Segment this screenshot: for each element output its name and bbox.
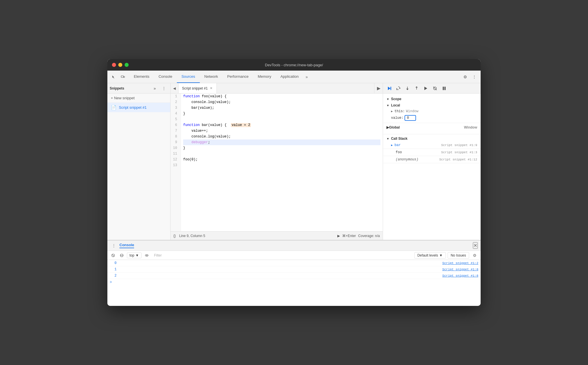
global-header[interactable]: ▶ Global Window xyxy=(383,124,481,131)
svg-rect-3 xyxy=(390,87,391,90)
editor-tab-bar: ◀ Script snippet #1 ✕ ▶ xyxy=(171,83,383,94)
console-menu-icon[interactable]: ⋮ xyxy=(110,242,117,249)
value-editable-box[interactable] xyxy=(405,115,416,121)
editor-nav-back-icon[interactable]: ◀ xyxy=(171,83,179,93)
no-issues-button[interactable]: No Issues xyxy=(448,252,469,259)
svg-rect-6 xyxy=(398,89,398,90)
global-title: Global xyxy=(389,125,400,129)
code-line-9: debugger; xyxy=(183,139,380,145)
snippet-item[interactable]: 📄 Script snippet #1 xyxy=(107,103,170,112)
this-expand-icon[interactable]: ▶ xyxy=(391,110,393,113)
resume-icon[interactable] xyxy=(385,84,393,92)
toolbar-right: ⚙ ⋮ xyxy=(461,73,478,81)
call-stack-frame-0[interactable]: ▶ bar Script snippet #1:9 xyxy=(383,142,481,149)
left-panel: Snippets » ⋮ + New snippet 📄 Script snip… xyxy=(107,83,171,240)
scope-header[interactable]: ▼ Scope xyxy=(383,96,481,102)
code-editor[interactable]: function foo(value) { console.log(value)… xyxy=(181,94,383,231)
console-loc-2[interactable]: Script snippet #1:8 xyxy=(442,274,478,277)
console-output: 0 Script snippet #1:2 1 Script snippet #… xyxy=(107,260,481,306)
console-loc-0[interactable]: Script snippet #1:2 xyxy=(442,261,478,265)
value-input[interactable] xyxy=(407,116,414,120)
code-line-12: foo(0); xyxy=(183,157,380,162)
block-icon[interactable] xyxy=(118,252,125,259)
run-indicator-icon: ▶ xyxy=(337,234,340,238)
tab-network[interactable]: Network xyxy=(200,71,223,83)
tab-performance[interactable]: Performance xyxy=(223,71,253,83)
this-value: Window xyxy=(406,109,418,113)
this-key: this: xyxy=(394,109,405,113)
console-settings-icon[interactable]: ⚙ xyxy=(471,252,478,259)
call-stack-title: Call Stack xyxy=(391,137,407,141)
new-snippet-button[interactable]: + New snippet xyxy=(107,94,170,103)
settings-icon[interactable]: ⚙ xyxy=(461,73,469,81)
snippets-more-icon[interactable]: » xyxy=(151,84,159,92)
code-area[interactable]: 1 2 3 4 5 6 7 8 9 10 11 12 13 function f… xyxy=(171,94,383,231)
eye-icon[interactable] xyxy=(143,252,150,259)
context-selector[interactable]: top ▼ xyxy=(127,253,142,258)
tab-application[interactable]: Application xyxy=(276,71,303,83)
panel-header: Snippets » ⋮ xyxy=(107,83,170,94)
console-row-0: 0 Script snippet #1:2 xyxy=(107,260,481,266)
line-num-1: 1 xyxy=(173,94,178,99)
filter-input[interactable] xyxy=(152,253,413,258)
cursor-position: Line 9, Column 5 xyxy=(179,234,205,238)
tab-elements[interactable]: Elements xyxy=(129,71,154,83)
bottom-panel: ⋮ Console ✕ top ▼ Default levels ▼ xyxy=(107,240,481,306)
code-line-6: function bar(value) { value = 2 xyxy=(183,122,380,128)
line-num-4: 4 xyxy=(173,111,178,117)
top-toolbar: Elements Console Sources Network Perform… xyxy=(107,71,481,83)
console-row-1: 1 Script snippet #1:8 xyxy=(107,266,481,273)
minimize-button[interactable] xyxy=(118,63,122,67)
close-button[interactable] xyxy=(112,63,116,67)
more-options-icon[interactable]: ⋮ xyxy=(470,73,478,81)
line-num-9: 9 xyxy=(173,139,178,145)
step-over-icon[interactable] xyxy=(394,84,403,92)
svg-point-21 xyxy=(146,255,147,256)
clear-console-icon[interactable] xyxy=(110,252,117,259)
default-levels-icon: ▼ xyxy=(439,253,443,257)
call-stack-frame-1[interactable]: foo Script snippet #1:3 xyxy=(383,149,481,156)
call-stack-header[interactable]: ▼ Call Stack xyxy=(383,135,481,142)
call-loc-1: Script snippet #1:3 xyxy=(441,151,477,154)
console-prompt[interactable]: > xyxy=(107,279,481,286)
tab-memory[interactable]: Memory xyxy=(253,71,276,83)
cursor-icon[interactable] xyxy=(110,73,118,81)
tab-console[interactable]: Console xyxy=(154,71,177,83)
run-shortcut: ⌘+Enter xyxy=(342,234,356,238)
call-loc-0: Script snippet #1:9 xyxy=(441,143,477,147)
context-value: top xyxy=(129,253,134,257)
console-val-0: 0 xyxy=(110,261,117,265)
global-expand-icon[interactable]: ▶ xyxy=(386,125,389,129)
deactivate-breakpoints-icon[interactable] xyxy=(431,84,439,92)
step-icon[interactable] xyxy=(421,84,430,92)
console-close-icon[interactable]: ✕ xyxy=(473,242,478,249)
more-tabs-icon[interactable]: » xyxy=(303,75,310,79)
console-header: ⋮ Console ✕ xyxy=(107,240,481,251)
snippet-name: Script snippet #1 xyxy=(119,105,147,110)
format-icon[interactable]: {} xyxy=(173,234,176,238)
line-num-6: 6 xyxy=(173,122,178,128)
global-value: Window xyxy=(464,125,477,129)
pause-icon[interactable] xyxy=(440,84,448,92)
editor-tab[interactable]: Script snippet #1 ✕ xyxy=(179,83,217,93)
scope-arrow-icon: ▼ xyxy=(386,98,389,101)
tab-sources[interactable]: Sources xyxy=(177,71,200,83)
local-header[interactable]: ▼ Local xyxy=(383,102,481,108)
editor-tab-close-icon[interactable]: ✕ xyxy=(209,86,213,91)
step-out-icon[interactable] xyxy=(412,84,421,92)
line-num-13: 13 xyxy=(173,162,178,168)
default-levels-label: Default levels xyxy=(417,253,438,257)
snippets-menu-icon[interactable]: ⋮ xyxy=(160,84,168,92)
device-toggle-icon[interactable] xyxy=(119,73,127,81)
call-stack-frame-2[interactable]: (anonymous) Script snippet #1:12 xyxy=(383,156,481,163)
scope-section: ▼ Scope ▼ Local ▶ this: Window value: xyxy=(383,94,481,133)
editor-tab-label: Script snippet #1 xyxy=(182,86,208,90)
maximize-button[interactable] xyxy=(125,63,129,67)
svg-rect-0 xyxy=(121,76,123,77)
svg-marker-2 xyxy=(388,87,390,90)
console-title: Console xyxy=(119,243,134,248)
default-levels-button[interactable]: Default levels ▼ xyxy=(414,252,446,259)
step-into-icon[interactable] xyxy=(403,84,412,92)
console-loc-1[interactable]: Script snippet #1:8 xyxy=(442,268,478,271)
editor-run-icon[interactable]: ▶ xyxy=(374,83,383,93)
